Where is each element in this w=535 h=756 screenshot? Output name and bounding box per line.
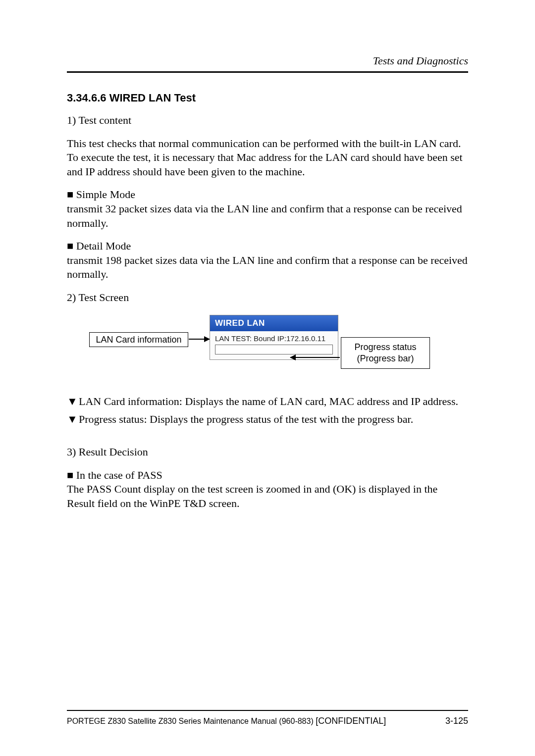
- section-title: 3.34.6.6 WIRED LAN Test: [67, 92, 468, 104]
- test-screen-label: 2) Test Screen: [67, 291, 468, 305]
- bullet-lan-info-text: LAN Card information: Displays the name …: [79, 395, 458, 407]
- simple-mode-label: ■ Simple Mode: [67, 188, 468, 202]
- detail-mode-label: ■ Detail Mode: [67, 239, 468, 253]
- pass-text: The PASS Count display on the test scree…: [67, 482, 468, 510]
- progress-bar: [215, 345, 333, 354]
- bullet-progress: ▼Progress status: Displays the progress …: [67, 412, 468, 427]
- footer-manual: PORTEGE Z830 Satellite Z830 Series Maint…: [67, 716, 386, 726]
- bullet-lan-info: ▼LAN Card information: Displays the name…: [67, 394, 468, 409]
- test-content-label: 1) Test content: [67, 113, 468, 128]
- result-decision-label: 3) Result Decision: [67, 445, 468, 459]
- progress-status-box: Progress status (Progress bar): [341, 337, 430, 369]
- footer-page-number: 3-125: [445, 716, 468, 726]
- progress-status-line1: Progress status: [341, 342, 429, 353]
- footer-manual-text: PORTEGE Z830 Satellite Z830 Series Maint…: [67, 717, 316, 725]
- progress-status-line2: (Progress bar): [341, 353, 429, 364]
- footer-divider: [67, 710, 468, 711]
- detail-mode-text: transmit 198 packet sizes data via the L…: [67, 253, 468, 282]
- simple-mode-text: transmit 32 packet sizes data via the LA…: [67, 202, 468, 230]
- header-divider: [67, 71, 468, 73]
- bullet-progress-text: Progress status: Displays the progress s…: [79, 413, 413, 425]
- triangle-down-icon: ▼: [67, 394, 79, 409]
- triangle-down-icon: ▼: [67, 412, 79, 427]
- page-header: Tests and Diagnostics: [67, 54, 468, 67]
- lan-info-box: LAN Card information: [89, 332, 188, 347]
- page-footer: PORTEGE Z830 Satellite Z830 Series Maint…: [67, 710, 468, 726]
- wired-lan-panel: WIRED LAN LAN TEST: Bound IP:172.16.0.11: [210, 315, 338, 360]
- test-content-text: This test checks that normal communicati…: [67, 137, 468, 179]
- footer-confidential: [CONFIDENTIAL]: [316, 716, 386, 726]
- wired-lan-header: WIRED LAN: [210, 315, 338, 331]
- arrow-right-icon: [189, 339, 210, 340]
- lan-test-text: LAN TEST: Bound IP:172.16.0.11: [210, 331, 338, 345]
- arrow-left-icon: [290, 357, 340, 358]
- pass-label: ■ In the case of PASS: [67, 468, 468, 483]
- test-screen-diagram: LAN Card information WIRED LAN LAN TEST:…: [67, 315, 468, 379]
